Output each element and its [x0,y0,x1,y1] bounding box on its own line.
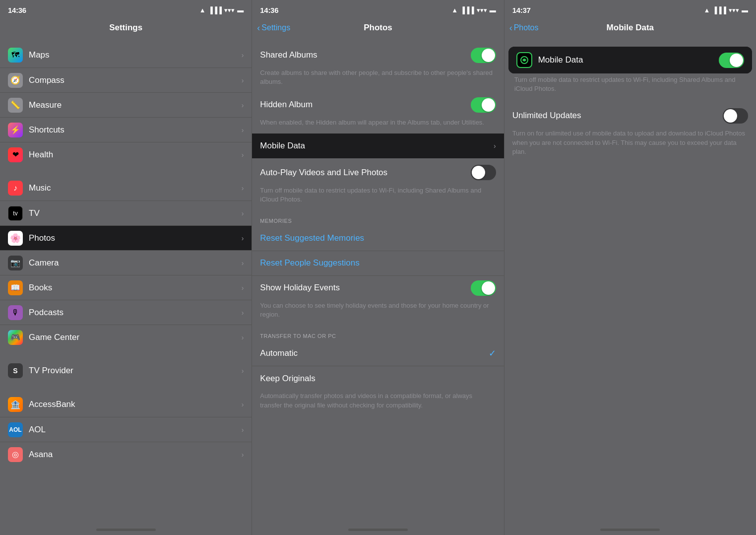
row-unlimited-updates[interactable]: Unlimited Updates [504,103,756,128]
camera-chevron: › [242,259,244,267]
settings-row-music[interactable]: ♪ Music › [0,176,252,201]
aol-label: AOL [29,425,239,435]
shortcuts-chevron: › [242,126,244,134]
back-to-settings[interactable]: ‹ Settings [257,23,290,32]
podcasts-icon: 🎙 [8,305,23,320]
settings-row-tvprovider[interactable]: S TV Provider › [0,358,252,383]
automatic-check: ✓ [489,348,496,359]
section-hidden-album: Hidden Album When enabled, the Hidden al… [252,92,504,131]
aol-chevron: › [242,426,244,434]
settings-row-gamecenter[interactable]: 🎮 Game Center › [0,325,252,349]
mobiledata-toggle[interactable] [719,53,744,68]
health-icon: ❤ [8,147,23,162]
settings-row-maps[interactable]: 🗺 Maps › [0,43,252,67]
mobile-data-card: Mobile Data [508,47,752,73]
status-bar-3: 14:37 ▲ ▐▐▐ ▾▾▾ ▬ [504,0,756,18]
shared-albums-toggle[interactable] [471,48,496,63]
accessbank-icon: 🏦 [8,397,23,412]
signal-icon: ▐▐▐ [208,6,222,14]
shared-albums-desc: Create albums to share with other people… [252,67,504,90]
settings-row-books[interactable]: 📖 Books › [0,275,252,300]
autoplay-toggle[interactable] [471,165,496,180]
measure-chevron: › [242,101,244,109]
accessbank-label: AccessBank [29,400,239,409]
time-1: 14:36 [8,6,26,14]
settings-row-compass[interactable]: 🧭 Compass › [0,67,252,92]
automatic-label: Automatic [260,348,484,358]
tvprovider-chevron: › [242,367,244,375]
asana-label: Asana [29,450,239,460]
accessbank-chevron: › [242,401,244,408]
reset-people-label: Reset People Suggestions [260,258,496,268]
gamecenter-label: Game Center [29,333,239,342]
settings-row-health[interactable]: ❤ Health › [0,142,252,167]
books-icon: 📖 [8,280,23,295]
scroll-indicator-2 [348,529,408,531]
maps-chevron: › [242,51,244,59]
gamecenter-icon: 🎮 [8,330,23,345]
status-bar-2: 14:36 ▲ ▐▐▐ ▾▾▾ ▬ [252,0,504,18]
settings-row-photos[interactable]: 🌸 Photos › [0,225,252,250]
mobiledata-nav-title: Mobile Data [607,23,654,33]
tvprovider-icon: S [8,363,23,378]
wifi-icon-2: ▾▾▾ [477,6,487,14]
mobile-data-chevron: › [494,142,496,150]
signal-icon-3: ▐▐▐ [712,6,726,14]
section-autoplay: Auto-Play Videos and Live Photos Turn of… [252,160,504,208]
settings-row-measure[interactable]: 📏 Measure › [0,92,252,117]
aol-icon: AOL [8,422,23,437]
settings-list: 🗺 Maps › 🧭 Compass › 📏 Measure › ⚡ Short… [0,40,252,525]
status-icons-2: ▲ ▐▐▐ ▾▾▾ ▬ [451,6,496,14]
scroll-indicator-1 [96,529,156,531]
unlimited-desc: Turn on for unlimited use of mobile data… [504,128,756,160]
show-holiday-toggle[interactable] [471,280,496,296]
status-icons-1: ▲ ▐▐▐ ▾▾▾ ▬ [199,6,244,14]
row-mobile-data[interactable]: Mobile Data › [252,134,504,158]
podcasts-chevron: › [242,309,244,317]
settings-row-podcasts[interactable]: 🎙 Podcasts › [0,300,252,325]
autoplay-desc: Turn off mobile data to restrict updates… [252,185,504,208]
row-automatic[interactable]: Automatic ✓ [252,341,504,366]
compass-icon: 🧭 [8,73,23,88]
row-mobiledata-main[interactable]: Mobile Data [508,47,752,73]
settings-title: Settings [109,23,142,33]
nav-bar-settings: Settings [0,18,252,40]
transfer-header: TRANSFER TO MAC OR PC [252,329,504,341]
hidden-album-desc: When enabled, the Hidden album will appe… [252,117,504,131]
section-group4: 🏦 AccessBank › AOL AOL › ◎ Asana › [0,392,252,467]
back-to-photos[interactable]: ‹ Photos [509,23,539,32]
settings-row-camera[interactable]: 📷 Camera › [0,250,252,275]
hidden-album-toggle[interactable] [471,97,496,113]
row-autoplay[interactable]: Auto-Play Videos and Live Photos [252,160,504,185]
show-holiday-label: Show Holiday Events [260,283,466,293]
row-show-holiday[interactable]: Show Holiday Events [252,275,504,300]
camera-label: Camera [29,258,239,268]
battery-icon-2: ▬ [490,6,496,14]
settings-row-shortcuts[interactable]: ⚡ Shortcuts › [0,117,252,142]
transfer-desc: Automatically transfer photos and videos… [252,391,504,413]
row-reset-people[interactable]: Reset People Suggestions [252,251,504,275]
back-label-3: Photos [514,23,539,32]
measure-label: Measure [29,100,239,110]
location-icon-3: ▲ [703,6,710,14]
settings-row-tv[interactable]: tv TV › [0,201,252,225]
section-group3: S TV Provider › [0,358,252,383]
row-keep-originals[interactable]: Keep Originals [252,366,504,391]
asana-chevron: › [242,451,244,459]
section-mobile-data-row: Mobile Data › [252,134,504,158]
settings-row-asana[interactable]: ◎ Asana › [0,442,252,467]
unlimited-toggle[interactable] [723,108,748,124]
row-hidden-album[interactable]: Hidden Album [252,92,504,117]
battery-icon: ▬ [237,6,244,14]
camera-icon: 📷 [8,256,23,270]
autoplay-label: Auto-Play Videos and Live Photos [260,168,466,178]
maps-icon: 🗺 [8,48,23,63]
memories-header: MEMORIES [252,214,504,226]
settings-row-accessbank[interactable]: 🏦 AccessBank › [0,392,252,417]
gamecenter-chevron: › [242,334,244,341]
status-icons-3: ▲ ▐▐▐ ▾▾▾ ▬ [703,6,748,14]
settings-row-aol[interactable]: AOL AOL › [0,417,252,442]
row-reset-suggested[interactable]: Reset Suggested Memories [252,226,504,251]
compass-label: Compass [29,75,239,85]
row-shared-albums[interactable]: Shared Albums [252,43,504,67]
